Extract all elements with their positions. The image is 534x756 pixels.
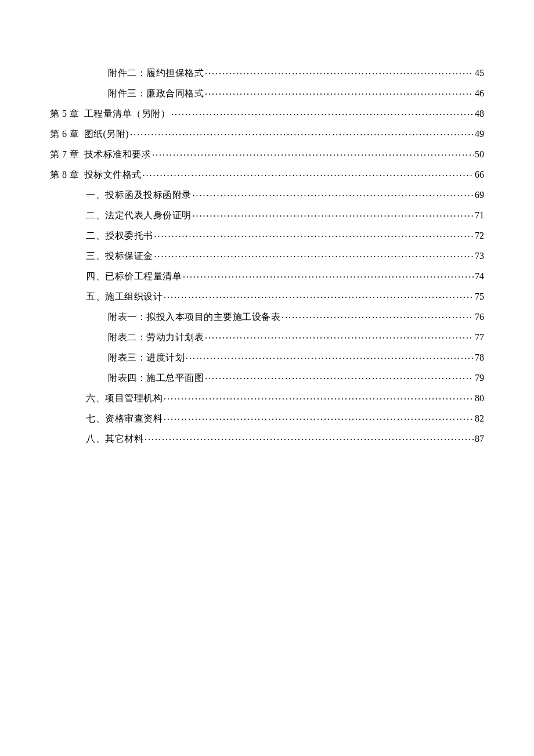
toc-entry: 第 8 章 投标文件格式 66 bbox=[50, 168, 484, 179]
toc-leader-dots bbox=[145, 433, 474, 442]
toc-entry: 三、投标保证金 73 bbox=[50, 250, 484, 261]
toc-chapter-prefix: 第 7 章 bbox=[50, 150, 80, 159]
toc-title: 六、项目管理机构 bbox=[86, 394, 163, 403]
toc-page-number: 79 bbox=[475, 373, 484, 383]
toc-entry: 附件三：廉政合同格式 46 bbox=[50, 87, 484, 98]
toc-leader-dots bbox=[154, 229, 474, 239]
toc-leader-dots bbox=[164, 392, 474, 401]
toc-entry: 一、投标函及投标函附录 69 bbox=[50, 189, 484, 200]
toc-entry: 八、其它材料 87 bbox=[50, 433, 484, 444]
toc-page-number: 49 bbox=[475, 129, 484, 139]
toc-leader-dots bbox=[205, 331, 474, 340]
toc-chapter-prefix: 第 5 章 bbox=[50, 109, 80, 118]
toc-entry: 附表四：施工总平面图 79 bbox=[50, 372, 484, 383]
toc-title: 二、授权委托书 bbox=[86, 231, 153, 240]
toc-page-number: 69 bbox=[475, 190, 484, 200]
toc-title: 七、资格审查资料 bbox=[86, 414, 163, 423]
toc-entry: 二、授权委托书 72 bbox=[50, 229, 484, 240]
toc-leader-dots bbox=[282, 311, 474, 320]
toc-title: 附表二：劳动力计划表 bbox=[108, 333, 204, 342]
toc-leader-dots bbox=[130, 128, 474, 137]
toc-page-number: 45 bbox=[475, 69, 484, 78]
toc-title: 一、投标函及投标函附录 bbox=[86, 190, 192, 200]
table-of-contents: 附件二：履约担保格式 45 附件三：廉政合同格式 46 第 5 章 工程量清单（… bbox=[50, 67, 484, 444]
toc-leader-dots bbox=[143, 168, 474, 178]
toc-title: 八、其它材料 bbox=[86, 434, 143, 444]
toc-title: 附件二：履约担保格式 bbox=[108, 69, 204, 78]
toc-leader-dots bbox=[152, 148, 474, 157]
toc-page-number: 76 bbox=[475, 312, 484, 322]
toc-leader-dots bbox=[205, 372, 474, 381]
toc-title: 图纸(另附) bbox=[84, 129, 129, 139]
toc-leader-dots bbox=[183, 270, 474, 279]
toc-entry: 第 5 章 工程量清单（另附） 48 bbox=[50, 107, 484, 118]
toc-page-number: 74 bbox=[475, 272, 484, 281]
toc-leader-dots bbox=[154, 250, 474, 259]
toc-entry: 附件二：履约担保格式 45 bbox=[50, 67, 484, 78]
toc-entry: 附表一：拟投入本项目的主要施工设备表 76 bbox=[50, 311, 484, 322]
toc-entry: 七、资格审查资料 82 bbox=[50, 412, 484, 423]
toc-leader-dots bbox=[193, 209, 474, 218]
toc-leader-dots bbox=[186, 351, 474, 361]
toc-title: 附件三：廉政合同格式 bbox=[108, 89, 204, 98]
toc-page-number: 77 bbox=[475, 333, 484, 342]
toc-leader-dots bbox=[164, 412, 474, 422]
toc-page-number: 78 bbox=[475, 353, 484, 362]
toc-page-number: 50 bbox=[475, 150, 484, 159]
toc-page-number: 46 bbox=[475, 89, 484, 98]
toc-leader-dots bbox=[171, 107, 474, 117]
toc-title: 二、法定代表人身份证明 bbox=[86, 211, 192, 220]
toc-title: 三、投标保证金 bbox=[86, 251, 153, 261]
toc-title: 工程量清单（另附） bbox=[84, 109, 171, 118]
toc-page-number: 82 bbox=[475, 414, 484, 423]
toc-leader-dots bbox=[164, 290, 474, 300]
toc-page-number: 87 bbox=[475, 434, 484, 444]
toc-entry: 四、已标价工程量清单 74 bbox=[50, 270, 484, 281]
toc-page-number: 48 bbox=[475, 109, 484, 118]
toc-page-number: 72 bbox=[475, 231, 484, 240]
toc-title: 附表四：施工总平面图 bbox=[108, 373, 204, 383]
toc-page-number: 75 bbox=[475, 292, 484, 301]
toc-leader-dots bbox=[193, 189, 474, 198]
toc-entry: 第 7 章 技术标准和要求 50 bbox=[50, 148, 484, 159]
toc-entry: 附表三：进度计划 78 bbox=[50, 351, 484, 362]
toc-page-number: 80 bbox=[475, 394, 484, 403]
toc-page-number: 71 bbox=[475, 211, 484, 220]
toc-chapter-prefix: 第 8 章 bbox=[50, 170, 80, 179]
toc-title: 附表三：进度计划 bbox=[108, 353, 185, 362]
toc-page-number: 73 bbox=[475, 251, 484, 261]
toc-title: 附表一：拟投入本项目的主要施工设备表 bbox=[108, 312, 280, 322]
toc-title: 四、已标价工程量清单 bbox=[86, 272, 182, 281]
toc-entry: 第 6 章 图纸(另附) 49 bbox=[50, 128, 484, 139]
toc-chapter-prefix: 第 6 章 bbox=[50, 129, 80, 139]
toc-entry: 六、项目管理机构 80 bbox=[50, 392, 484, 403]
toc-leader-dots bbox=[205, 67, 474, 76]
toc-entry: 五、施工组织设计 75 bbox=[50, 290, 484, 301]
toc-entry: 二、法定代表人身份证明 71 bbox=[50, 209, 484, 220]
toc-leader-dots bbox=[205, 87, 474, 96]
toc-entry: 附表二：劳动力计划表 77 bbox=[50, 331, 484, 342]
toc-title: 五、施工组织设计 bbox=[86, 292, 163, 301]
toc-page-number: 66 bbox=[475, 170, 484, 179]
toc-title: 技术标准和要求 bbox=[84, 150, 151, 159]
toc-title: 投标文件格式 bbox=[84, 170, 142, 179]
